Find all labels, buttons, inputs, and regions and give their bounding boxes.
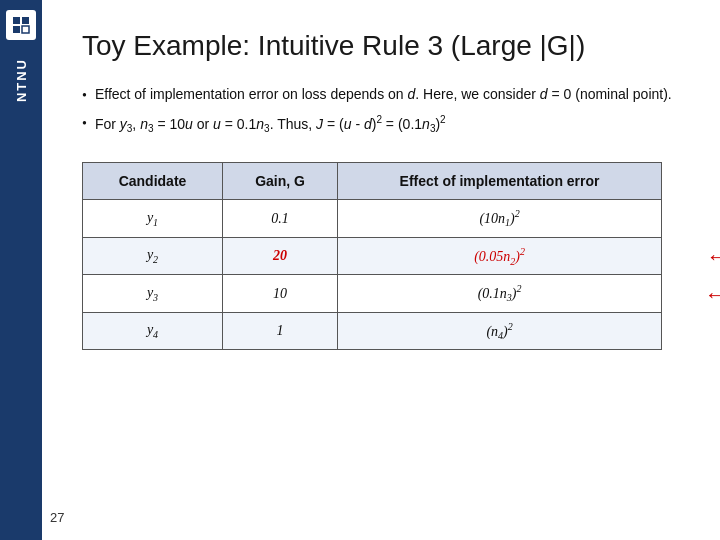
candidate-y3: y3 (83, 275, 223, 312)
table-row: y3 10 (0.1n3)2 (83, 275, 662, 312)
bullet-list: • Effect of implementation error on loss… (82, 84, 680, 142)
svg-rect-1 (22, 17, 29, 24)
best-arrow-icon: ← (705, 282, 720, 308)
gain-y2: 20 (223, 237, 338, 274)
candidate-y2: y2 (83, 237, 223, 274)
bullet-dot-1: • (82, 85, 87, 106)
gain-y4: 1 (223, 312, 338, 349)
bullet-item-1: • Effect of implementation error on loss… (82, 84, 680, 106)
svg-rect-0 (13, 17, 20, 24)
bullet-text-2: For y3, n3 = 10u or u = 0.1n3. Thus, J =… (95, 112, 446, 136)
page-title: Toy Example: Intuitive Rule 3 (Large |G|… (82, 30, 680, 62)
main-content: Toy Example: Intuitive Rule 3 (Large |G|… (42, 0, 720, 540)
effect-y4: (n4)2 (338, 312, 662, 349)
gain-y1: 0.1 (223, 200, 338, 237)
table-row: y2 20 (0.05n2)2 (83, 237, 662, 274)
svg-rect-3 (22, 26, 29, 33)
table-header-candidate: Candidate (83, 163, 223, 200)
table-header-gain: Gain, G (223, 163, 338, 200)
effect-y2: (0.05n2)2 (338, 237, 662, 274)
gain-y3: 10 (223, 275, 338, 312)
candidate-y1: y1 (83, 200, 223, 237)
table-section: Candidate Gain, G Effect of implementati… (82, 162, 680, 350)
university-name-label: NTNU (14, 58, 29, 102)
table-row: y4 1 (n4)2 (83, 312, 662, 349)
table-row: y1 0.1 (10n1)2 (83, 200, 662, 237)
table-header-effect: Effect of implementation error (338, 163, 662, 200)
effect-y1: (10n1)2 (338, 200, 662, 237)
university-logo (6, 10, 36, 40)
worst-arrow-icon: ← (706, 244, 720, 270)
page-number: 27 (50, 510, 64, 525)
sidebar: NTNU (0, 0, 42, 540)
worst-annotation: ← Worst (706, 244, 720, 270)
candidate-y4: y4 (83, 312, 223, 349)
effect-y3: (0.1n3)2 (338, 275, 662, 312)
bullet-item-2: • For y3, n3 = 10u or u = 0.1n3. Thus, J… (82, 112, 680, 136)
bullet-dot-2: • (82, 113, 87, 134)
bullet-text-1: Effect of implementation error on loss d… (95, 84, 672, 105)
svg-rect-2 (13, 26, 20, 33)
best-annotation: ← Best (705, 282, 720, 308)
data-table: Candidate Gain, G Effect of implementati… (82, 162, 662, 350)
